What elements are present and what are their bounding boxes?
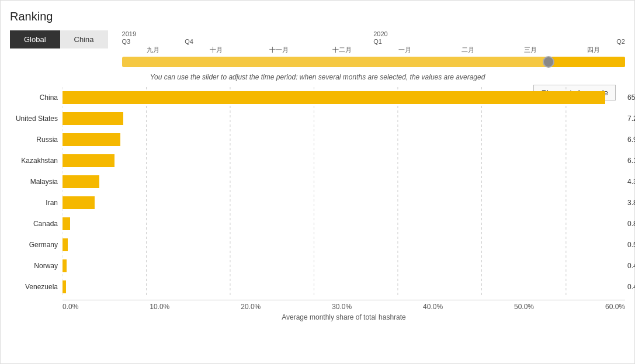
bar-china: [63, 91, 605, 104]
bar-label-norway: 0.48%: [627, 262, 635, 270]
year-2020: 2020: [373, 30, 436, 37]
tab-group: Global China: [10, 30, 108, 48]
tab-china[interactable]: China: [60, 30, 108, 48]
bars-section: 65.08% 7.24% 6.90% 6.17% 4.33%: [63, 87, 625, 321]
y-labels: China United States Russia Kazakhstan Ma…: [10, 87, 63, 321]
bar-label-venezuela: 0.42%: [627, 283, 635, 291]
x-label-60: 60.0%: [605, 303, 625, 311]
y-label-germany: Germany: [29, 234, 58, 255]
q1-spacer2: [499, 38, 563, 45]
bar-label-china: 65.08%: [627, 93, 635, 102]
bar-row-malaysia: 4.33%: [63, 171, 625, 192]
year-spacer2: [248, 30, 311, 37]
x-label-20: 20.0%: [241, 303, 261, 311]
slider-handle[interactable]: [543, 56, 554, 68]
month-11: 十一月: [248, 46, 311, 54]
bar-russia: [63, 133, 120, 146]
y-label-canada: Canada: [33, 213, 58, 234]
bar-malaysia: [63, 175, 99, 188]
year-spacer6: [562, 30, 625, 37]
y-label-malaysia: Malaysia: [30, 171, 58, 192]
q4-label: Q4: [185, 38, 248, 45]
bar-row-china: 65.08%: [63, 87, 625, 108]
bar-row-norway: 0.48%: [63, 255, 625, 276]
bar-label-malaysia: 4.33%: [627, 178, 635, 186]
month-3: 三月: [499, 46, 563, 54]
month-12: 十二月: [311, 46, 374, 54]
year-spacer4: [436, 30, 499, 37]
y-label-kazakhstan: Kazakhstan: [21, 150, 58, 171]
bar-label-us: 7.24%: [627, 115, 635, 123]
tab-global[interactable]: Global: [10, 30, 60, 48]
bar-row-canada: 0.82%: [63, 213, 625, 234]
bar-canada: [63, 217, 70, 230]
year-spacer3: [311, 30, 374, 37]
y-label-russia: Russia: [36, 129, 58, 150]
bar-label-canada: 0.82%: [627, 220, 635, 228]
x-label-0: 0.0%: [63, 303, 78, 311]
y-label-venezuela: Venezuela: [25, 276, 58, 297]
bar-row-germany: 0.56%: [63, 234, 625, 255]
bar-row-us: 7.24%: [63, 108, 625, 129]
hint-text: You can use the slider to adjust the tim…: [10, 73, 625, 81]
year-2019: 2019: [122, 30, 185, 37]
year-spacer1: [185, 30, 248, 37]
month-10: 十月: [185, 46, 248, 54]
chart-area: Change to log scale China United States …: [10, 85, 625, 321]
bar-kazakhstan: [63, 154, 114, 167]
bar-germany: [63, 238, 68, 251]
y-label-iran: Iran: [46, 192, 58, 213]
slider-active-end: [552, 57, 625, 67]
q1-spacer: [436, 38, 499, 45]
x-label-10: 10.0%: [150, 303, 169, 311]
x-axis-labels: 0.0% 10.0% 20.0% 30.0% 40.0% 50.0% 60.0%: [63, 303, 625, 311]
bar-iran: [63, 196, 95, 209]
x-axis-title: Average monthly share of total hashrate: [63, 313, 625, 321]
bar-row-kazakhstan: 6.17%: [63, 150, 625, 171]
q4-spacer: [248, 38, 311, 45]
bar-venezuela: [63, 280, 66, 293]
slider-track: [122, 57, 625, 67]
bar-us: [63, 112, 123, 125]
month-4: 四月: [562, 46, 625, 54]
page-title: Ranking: [10, 10, 625, 23]
y-label-norway: Norway: [34, 255, 58, 276]
q1-label: Q1: [373, 38, 436, 45]
bar-label-kazakhstan: 6.17%: [627, 157, 635, 165]
q3-label: Q3: [122, 38, 185, 45]
y-label-china: China: [40, 87, 58, 108]
bar-label-russia: 6.90%: [627, 136, 635, 144]
q2-label: Q2: [562, 38, 625, 45]
bar-label-germany: 0.56%: [627, 241, 635, 249]
bar-row-russia: 6.90%: [63, 129, 625, 150]
month-9: 九月: [122, 46, 185, 54]
chart-main: China United States Russia Kazakhstan Ma…: [10, 87, 625, 321]
bar-label-iran: 3.82%: [627, 199, 635, 207]
month-1: 一月: [373, 46, 436, 54]
x-axis: 0.0% 10.0% 20.0% 30.0% 40.0% 50.0% 60.0%: [63, 300, 625, 311]
x-label-40: 40.0%: [423, 303, 443, 311]
x-label-30: 30.0%: [332, 303, 352, 311]
bar-row-iran: 3.82%: [63, 192, 625, 213]
x-label-50: 50.0%: [514, 303, 534, 311]
bar-row-venezuela: 0.42%: [63, 276, 625, 297]
y-label-us: United States: [16, 108, 58, 129]
q4-spacer2: [311, 38, 374, 45]
slider-container[interactable]: [122, 57, 625, 68]
timeline-section: 2019 2020 Q3 Q4 Q1 Q2 九月 十: [122, 30, 625, 68]
year-spacer5: [499, 30, 563, 37]
bar-norway: [63, 259, 67, 272]
month-2: 二月: [436, 46, 499, 54]
